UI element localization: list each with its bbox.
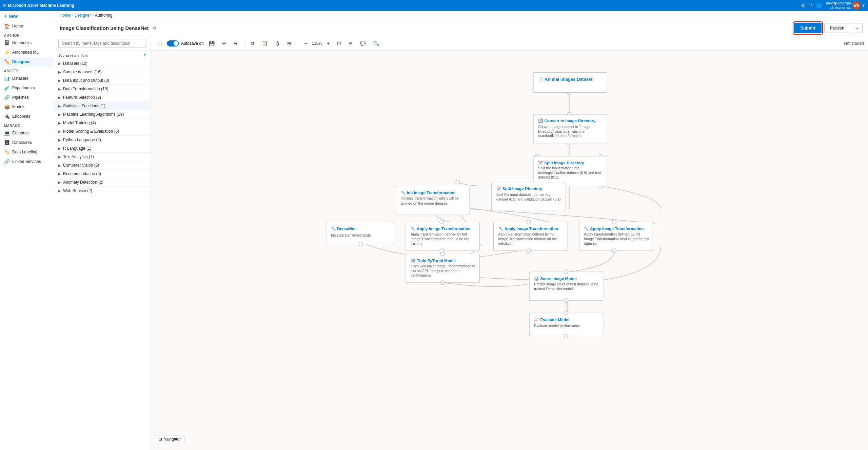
copy-button[interactable]: ⧉ — [249, 39, 257, 48]
sidebar-item-designer[interactable]: ✏️ Designer — [0, 57, 54, 67]
zoom-in-button[interactable]: + — [324, 39, 332, 48]
autosave-label: Autosave on — [181, 41, 204, 46]
category-statistical-functions[interactable]: ▶ Statistical Functions (1) — [54, 102, 151, 110]
autosave-toggle[interactable]: Autosave on — [167, 40, 204, 46]
chevron-right-icon: ▶ — [58, 147, 61, 150]
navigator-button[interactable]: ⊡ Navigator — [155, 435, 184, 443]
search-input[interactable] — [58, 39, 146, 48]
category-text-analytics[interactable]: ▶ Text Analytics (7) — [54, 153, 151, 161]
globe-icon[interactable]: 🌐 — [816, 3, 822, 8]
svg-point-39 — [527, 249, 531, 253]
category-data-transformation[interactable]: ▶ Data Transformation (19) — [54, 85, 151, 93]
category-sample-datasets[interactable]: ▶ Sample datasets (16) — [54, 68, 151, 76]
category-model-training[interactable]: ▶ Model Training (4) — [54, 119, 151, 127]
category-python-language[interactable]: ▶ Python Language (2) — [54, 136, 151, 144]
chevron-right-icon: ▶ — [58, 130, 61, 133]
sidebar-item-datasets[interactable]: 📊 Datasets — [0, 74, 54, 83]
paste-button[interactable]: 📋 — [259, 39, 270, 48]
user-sub: pb-dsp-ml-ws — [826, 6, 851, 10]
svg-point-40 — [612, 220, 616, 224]
sidebar-item-pipelines[interactable]: 🔗 Pipelines — [0, 93, 54, 102]
svg-text:Initialize DenseNet model.: Initialize DenseNet model. — [331, 233, 373, 237]
category-ml-algorithms[interactable]: ▶ Machine Learning Algorithms (19) — [54, 110, 151, 119]
settings-icon[interactable]: ⚙ — [801, 3, 805, 8]
svg-point-35 — [359, 242, 363, 246]
category-computer-vision[interactable]: ▶ Computer Vision (6) — [54, 161, 151, 170]
undo-button[interactable]: ↩ — [220, 39, 229, 48]
sidebar-item-endpoints[interactable]: 🔌 Endpoints — [0, 112, 54, 121]
sidebar-item-linked-services[interactable]: 🔗 Linked Services — [0, 157, 54, 166]
manage-section-label: Manage — [0, 121, 54, 128]
sidebar-item-compute[interactable]: 💻 Compute — [0, 128, 54, 138]
category-datasets[interactable]: ▶ Datasets (10) — [54, 59, 151, 68]
category-anomaly-detection[interactable]: ▶ Anomaly Detection (2) — [54, 178, 151, 187]
models-icon: 📦 — [4, 104, 9, 110]
chevron-down-icon: ▼ — [862, 3, 865, 7]
new-button[interactable]: + New — [0, 11, 54, 21]
toggle-track[interactable] — [167, 40, 179, 46]
category-data-input-output[interactable]: ▶ Data Input and Output (3) — [54, 76, 151, 85]
sidebar-item-experiments[interactable]: 🧪 Experiments — [0, 83, 54, 93]
breadcrumb-current: Authoring — [95, 13, 112, 18]
refresh-icon[interactable]: ↻ — [143, 53, 146, 57]
settings-icon[interactable]: ⚙ — [153, 26, 157, 31]
pipelines-icon: 🔗 — [4, 95, 9, 100]
plus-icon: + — [4, 14, 7, 19]
sidebar-item-data-labeling[interactable]: 🏷️ Data Labeling — [0, 147, 54, 157]
navigator-label: Navigator — [163, 437, 181, 442]
zoom-control: − 110% + — [302, 39, 332, 48]
submit-button[interactable]: Submit — [794, 23, 821, 33]
breadcrumb-home[interactable]: Home — [60, 13, 71, 18]
svg-text:🔧 DenseNet: 🔧 DenseNet — [331, 226, 356, 231]
chevron-right-icon: ▶ — [58, 96, 61, 99]
datastores-icon: 🗄️ — [4, 140, 9, 145]
help-icon[interactable]: ? — [809, 3, 812, 8]
category-web-service[interactable]: ▶ Web Service (2) — [54, 187, 151, 195]
home-icon: 🏠 — [4, 23, 9, 29]
category-feature-selection[interactable]: ▶ Feature Selection (2) — [54, 93, 151, 102]
breadcrumb-designer[interactable]: Designer — [75, 13, 91, 18]
svg-text:🔧 Apply Image Transformation: 🔧 Apply Image Transformation — [584, 226, 644, 231]
svg-point-38 — [527, 220, 531, 224]
comment-button[interactable]: 💬 — [358, 39, 368, 48]
svg-text:✂️ Split Image Directory: ✂️ Split Image Directory — [538, 161, 584, 165]
fit-view-button[interactable]: ⊡ — [335, 39, 343, 48]
user-menu[interactable]: pb-dsp-internal pb-dsp-ml-ws WS ▼ — [826, 1, 865, 10]
publish-button[interactable]: Publish — [824, 23, 850, 33]
notebooks-icon: 📓 — [4, 40, 9, 45]
category-r-language[interactable]: ▶ R Language (1) — [54, 144, 151, 153]
redo-button[interactable]: ↪ — [231, 39, 240, 48]
zoom-out-button[interactable]: − — [302, 39, 310, 48]
assets-section-label: Assets — [0, 67, 54, 74]
asset-list: ▶ Datasets (10) ▶ Sample datasets (16) ▶… — [54, 59, 151, 450]
layout-view-button[interactable]: ⊟ — [346, 39, 355, 48]
more-options-button[interactable]: ··· — [853, 23, 863, 33]
chevron-right-icon: ▶ — [58, 79, 61, 82]
automated-ml-icon: ⚡ — [4, 50, 9, 55]
sidebar-item-home[interactable]: 🏠 Home — [0, 21, 54, 31]
canvas-toolbar: ⬚ Autosave on 💾 ↩ ↪ ⧉ 📋 🗑 ⊞ — [151, 36, 868, 51]
category-model-scoring[interactable]: ▶ Model Scoring & Evaluation (6) — [54, 127, 151, 136]
pipeline-graph: 📄 Animal Images Dataset 🔄 Convert to Ima… — [151, 51, 868, 350]
sidebar-item-models[interactable]: 📦 Models — [0, 102, 54, 112]
sidebar-item-notebooks[interactable]: 📓 Notebooks — [0, 38, 54, 48]
chevron-right-icon: ▶ — [58, 70, 61, 74]
zoom-level: 110% — [310, 41, 324, 46]
svg-text:📄 Animal Images Dataset: 📄 Animal Images Dataset — [538, 77, 593, 82]
select-tool-button[interactable]: ⬚ — [155, 39, 164, 48]
delete-button[interactable]: 🗑 — [273, 39, 282, 48]
chevron-right-icon: ▶ — [58, 113, 61, 116]
layout-button[interactable]: ⊞ — [285, 39, 294, 48]
svg-text:📊 Score Image Model: 📊 Score Image Model — [534, 276, 576, 281]
svg-text:⚙️ Train PyTorch Model: ⚙️ Train PyTorch Model — [411, 258, 456, 263]
search-canvas-button[interactable]: 🔍 — [371, 39, 381, 48]
save-button[interactable]: 💾 — [206, 39, 217, 48]
category-recommendation[interactable]: ▶ Recommendation (5) — [54, 170, 151, 178]
design-canvas[interactable]: ⬚ Autosave on 💾 ↩ ↪ ⧉ 📋 🗑 ⊞ — [151, 36, 868, 450]
compute-icon: 💻 — [4, 130, 9, 136]
sidebar-item-datastores[interactable]: 🗄️ Datastores — [0, 138, 54, 147]
data-labeling-icon: 🏷️ — [4, 149, 9, 155]
sidebar-item-automated-ml[interactable]: ⚡ Automated ML — [0, 48, 54, 57]
svg-point-37 — [440, 220, 444, 224]
svg-rect-16 — [533, 73, 607, 93]
